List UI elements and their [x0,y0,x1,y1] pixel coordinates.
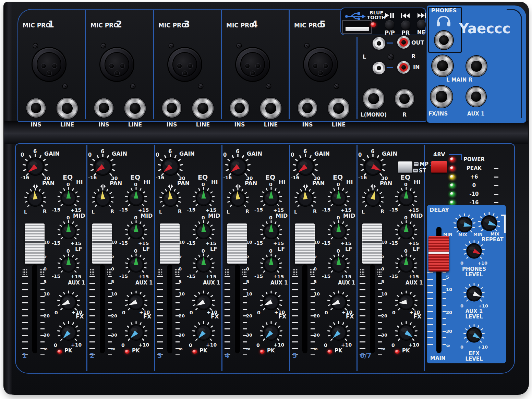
xlr-pin [52,64,57,68]
channel-fader[interactable]: 10505102030∞ [89,221,121,358]
pan-knob[interactable] [362,188,384,211]
xlr-pin [313,64,317,68]
next-track-button[interactable] [417,20,426,29]
ins-jack [162,98,181,118]
mixer-product-photo: MIC PRO 1 INS LINE MIC PRO 2 INS LINE MI… [0,0,532,399]
aux1-level-min: 0 [460,304,463,309]
fx-max-label: +10 [206,342,217,348]
aux1-min-label: 0 [392,310,396,315]
play-pause-button[interactable] [385,20,394,29]
xlr-pin [115,71,119,75]
fx-min-label: 0 [324,343,327,348]
channel-number: 5 [292,352,297,359]
fader-scale-dots [225,269,230,275]
eq-label: EQ [130,174,140,181]
phones-level-knob[interactable] [463,240,485,263]
channel-strip: 0 6 GAIN -16 30 PAN L R EQ HI 0 -15 +15 … [289,145,356,372]
fader-scale-dots [22,269,27,275]
pan-left-label: L [24,209,27,215]
xlr-connector [168,48,201,81]
eq-zero-label: 0 [202,182,205,187]
peak-led [125,350,130,354]
mp3-st-switch[interactable] [398,161,412,173]
eq-max-label: +15 [273,274,284,279]
pan-knob[interactable] [92,188,114,211]
peak-led [327,350,332,354]
eq-min-label: -15 [254,207,263,213]
fader-cap[interactable] [25,223,45,264]
eq-max-label: +15 [71,274,81,279]
mono-jack-label: L(MONO) [356,112,391,118]
pan-knob[interactable] [294,188,317,211]
pan-right-label: R [380,209,384,214]
eq-hi-label: HI [279,180,285,185]
mic-input-column: MIC PRO 3 INS LINE [154,9,221,121]
efx-level-knob[interactable] [463,324,485,347]
ins-jack [26,98,46,118]
eq-min-label: -15 [389,207,398,213]
pan-label: PAN [245,181,257,186]
fx-max-label: +10 [409,342,419,348]
channel-strip: 0 6 GAIN -16 30 PAN L R EQ HI 0 -15 +15 … [356,145,424,372]
channel-strip: 0 6 GAIN -16 30 PAN L R EQ HI 0 -15 +15 … [86,145,154,372]
phantom-power-label: 48V [433,152,445,158]
gain-knob[interactable] [157,154,183,181]
pk-label: PK [64,348,72,354]
line-jack [260,98,281,119]
gain-knob[interactable] [22,154,48,181]
aux1-label: AUX 1 [270,280,288,286]
eq-zero-label: 0 [134,182,137,187]
eq-max-label: +15 [408,241,419,246]
eq-lf-label: LF [75,246,82,252]
headphones-icon [436,15,451,27]
mic-pro-label: MIC PRO [90,23,119,29]
fader-cap[interactable] [227,223,247,264]
main-fader-cap[interactable] [428,236,449,271]
pan-knob[interactable] [24,188,47,211]
previous-track-button[interactable] [401,21,410,30]
channel-strip: 0 6 GAIN -16 30 PAN L R EQ HI 0 -15 +15 … [154,145,221,372]
xlr-pin [251,71,255,75]
eq-max-label: +15 [138,274,149,279]
gain-knob[interactable] [90,154,116,181]
channel-fader[interactable]: 10505102030∞ [292,221,323,358]
aux1-min-label: 0 [257,310,261,315]
gain-knob[interactable] [360,154,386,181]
eq-max-label: +15 [408,274,419,279]
eq-zero-label: 0 [269,215,273,220]
ins-label: INS [229,122,250,128]
pan-knob[interactable] [159,188,182,211]
eq-label: EQ [333,174,343,181]
fader-cap[interactable] [92,223,112,264]
pan-knob[interactable] [227,188,249,211]
eq-max-label: +15 [273,241,284,246]
strip-divider [424,145,425,371]
eq-max-label: +15 [341,274,351,279]
eq-max-label: +15 [273,208,284,213]
panel-divider [356,37,358,119]
channel-fader[interactable]: 10505102030∞ [22,221,53,358]
meter-led [450,183,455,188]
line-jack [328,98,349,119]
fader-cap[interactable] [295,223,315,264]
pan-left-label: L [362,209,365,215]
aux1-min-label: 0 [55,310,58,315]
channel-fader[interactable]: 10505102030∞ [157,221,188,358]
phones-level-min: 0 [460,261,463,266]
pk-label: PK [335,348,342,354]
phantom-power-button[interactable] [431,161,447,173]
aux1-level-knob[interactable] [463,283,485,306]
main-out-right-jack [466,56,487,76]
eq-zero-label: 0 [66,182,70,187]
xlr-pin [177,64,182,68]
channel-fader[interactable]: 10505102030∞ [359,221,391,358]
gain-knob[interactable] [292,154,318,181]
channel-strip: 0 6 GAIN -16 30 PAN L R EQ HI 0 -15 +15 … [19,145,86,372]
pan-label: PAN [110,181,122,186]
channel-fader[interactable]: 10505102030∞ [224,221,256,358]
screw-icon [169,44,173,48]
fader-cap[interactable] [160,223,180,264]
fader-cap[interactable] [362,223,382,264]
gain-knob[interactable] [225,154,251,181]
repeat-mix-label: MIX [491,232,499,237]
